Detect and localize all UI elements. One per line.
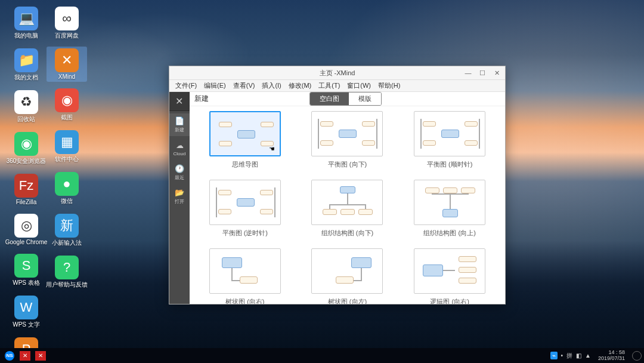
template-tree-right[interactable]: 树状图 (向右) <box>203 248 287 304</box>
template-thumbnail: ☚ <box>209 111 281 156</box>
desktop-icon-WPS 文字[interactable]: WWPS 文字 <box>6 294 47 331</box>
template-mindmap[interactable]: ☚思维导图 <box>203 111 287 169</box>
template-label: 树状图 (向右) <box>225 297 264 304</box>
app-icon: ✕ <box>55 48 79 72</box>
tray-dot-icon[interactable]: • <box>561 352 564 359</box>
template-thumbnail <box>414 248 485 294</box>
template-thumbnail <box>311 111 383 156</box>
app-icon: Fz <box>14 174 38 198</box>
sidebar-最近[interactable]: 🕐最近 <box>169 161 190 184</box>
sidebar-打开[interactable]: 📂打开 <box>169 185 190 208</box>
template-label: 逻辑图 (向右) <box>430 297 469 304</box>
desktop-icon-截图[interactable]: ◉截图 <box>47 87 87 124</box>
section-title: 新建 <box>194 94 209 104</box>
desktop-icon-微信[interactable]: ●微信 <box>47 170 87 207</box>
notification-icon[interactable]: ◧ <box>576 352 581 359</box>
template-thumbnail <box>311 180 383 225</box>
app-icon: 💻 <box>14 7 38 30</box>
bluetooth-icon[interactable]: ⌁ <box>550 352 558 359</box>
icon-label: WPS 文字 <box>13 321 40 329</box>
menubar: 文件(F)编辑(E)查看(V)插入(I)修改(M)工具(T)窗口(W)帮助(H) <box>169 80 505 92</box>
close-button[interactable]: ✕ <box>490 67 504 78</box>
template-grid: ☚思维导图平衡图 (向下)平衡图 (顺时针)平衡图 (逆时针)组织结构图 (向下… <box>190 106 505 304</box>
menu-工具(T)[interactable]: 工具(T) <box>316 80 342 91</box>
icon-label: WPS 表格 <box>13 279 40 287</box>
menu-帮助(H)[interactable]: 帮助(H) <box>376 80 402 91</box>
titlebar[interactable]: 主页 -XMind — ☐ ✕ <box>169 66 505 80</box>
icon-label: 微信 <box>61 197 73 205</box>
icon-label: XMind <box>58 73 75 80</box>
menu-窗口(W)[interactable]: 窗口(W) <box>345 80 373 91</box>
desktop-icons: 💻我的电脑📁我的文档♻回收站◉360安全浏览器FzFileZilla◎Googl… <box>6 5 87 363</box>
desktop-icon-Google Chrome[interactable]: ◎Google Chrome <box>6 212 47 247</box>
icon-label: 截图 <box>61 113 73 122</box>
desktop-icon-用户帮助与反馈[interactable]: ?用户帮助与反馈 <box>47 254 87 291</box>
app-icon: W <box>14 296 38 319</box>
tab-template[interactable]: 模版 <box>349 93 381 105</box>
打开-icon: 📂 <box>175 188 184 197</box>
template-balance-ccw[interactable]: 平衡图 (逆时针) <box>203 180 287 238</box>
icon-label: 软件中心 <box>55 155 79 164</box>
menu-修改(M)[interactable]: 修改(M) <box>286 80 314 91</box>
menu-查看(V)[interactable]: 查看(V) <box>231 80 258 91</box>
desktop-icon-小新输入法[interactable]: 新小新输入法 <box>47 212 87 249</box>
menu-编辑(E)[interactable]: 编辑(E) <box>202 80 228 91</box>
desktop-icon-FileZilla[interactable]: FzFileZilla <box>6 172 47 207</box>
app-icon: ▦ <box>55 130 79 154</box>
minimize-button[interactable]: — <box>461 67 475 78</box>
desktop-icon-WPS 表格[interactable]: SWPS 表格 <box>6 252 47 289</box>
app-icon: 新 <box>55 214 79 238</box>
clock[interactable]: 14 : 58 2019/07/31 <box>598 350 625 362</box>
icon-label: 小新输入法 <box>52 239 82 247</box>
sidebar-Cloud[interactable]: ☁Cloud <box>169 137 190 160</box>
show-desktop-button[interactable] <box>632 351 642 361</box>
taskbar-app-xmind-2[interactable]: ✕ <box>33 350 48 362</box>
ime-indicator[interactable]: 拼 <box>566 352 572 360</box>
left-panel-top: ✕ <box>169 92 190 111</box>
system-tray: ⌁ • 拼 ◧ ▲ 14 : 58 2019/07/31 <box>550 350 642 362</box>
desktop-icon-回收站[interactable]: ♻回收站 <box>6 88 47 125</box>
template-tree-left[interactable]: 树状图 (向左) <box>305 248 390 304</box>
app-icon: ◉ <box>14 132 38 156</box>
menu-插入(I)[interactable]: 插入(I) <box>259 80 283 91</box>
start-button[interactable]: NS <box>2 350 17 362</box>
template-org-down[interactable]: 组织结构图 (向下) <box>305 180 390 238</box>
app-icon: 📁 <box>14 48 38 72</box>
新建-icon: 📄 <box>175 116 184 125</box>
window-title: 主页 -XMind <box>320 69 355 78</box>
template-label: 平衡图 (逆时针) <box>222 229 268 238</box>
maximize-button[interactable]: ☐ <box>475 67 490 78</box>
left-toolbar: 📄新建☁Cloud🕐最近📂打开 <box>169 111 190 304</box>
taskbar-app-xmind-1[interactable]: ✕ <box>18 350 32 362</box>
desktop-icon-360安全浏览器[interactable]: ◉360安全浏览器 <box>6 130 47 167</box>
sidebar-新建[interactable]: 📄新建 <box>169 113 190 136</box>
icon-label: 360安全浏览器 <box>7 157 47 165</box>
template-label: 平衡图 (向下) <box>328 160 367 169</box>
template-org-up[interactable]: 组织结构图 (向上) <box>407 180 492 238</box>
desktop-icon-百度网盘[interactable]: ∞百度网盘 <box>47 5 87 42</box>
desktop-icon-软件中心[interactable]: ▦软件中心 <box>47 128 87 165</box>
desktop-icon-我的文档[interactable]: 📁我的文档 <box>6 47 47 84</box>
desktop-icon-XMind[interactable]: ✕XMind <box>47 47 87 82</box>
template-balance-down[interactable]: 平衡图 (向下) <box>305 111 390 169</box>
sidebar-item-label: 最近 <box>175 174 184 181</box>
template-thumbnail <box>209 180 281 225</box>
desktop-icon-我的电脑[interactable]: 💻我的电脑 <box>6 5 47 42</box>
template-tabs: 空白图 模版 <box>309 92 382 106</box>
sidebar-item-label: 新建 <box>175 127 184 133</box>
template-balance-cw[interactable]: 平衡图 (顺时针) <box>407 111 492 169</box>
tab-blank[interactable]: 空白图 <box>310 93 349 105</box>
menu-文件(F)[interactable]: 文件(F) <box>173 80 199 91</box>
template-thumbnail <box>414 180 485 225</box>
app-icon: ? <box>55 256 79 279</box>
sidebar-item-label: 打开 <box>175 198 184 205</box>
app-icon: ◎ <box>14 214 38 238</box>
content-area: 新建 空白图 模版 ☚思维导图平衡图 (向下)平衡图 (顺时针)平衡图 (逆时针… <box>190 92 505 304</box>
panel-close-icon[interactable]: ✕ <box>169 92 189 111</box>
template-thumbnail <box>414 111 485 156</box>
template-logic-right[interactable]: 逻辑图 (向右) <box>407 248 492 304</box>
icon-label: 我的电脑 <box>14 32 38 40</box>
icon-label: 回收站 <box>17 115 35 124</box>
template-label: 组织结构图 (向上) <box>423 229 475 238</box>
network-icon[interactable]: ▲ <box>585 352 591 359</box>
